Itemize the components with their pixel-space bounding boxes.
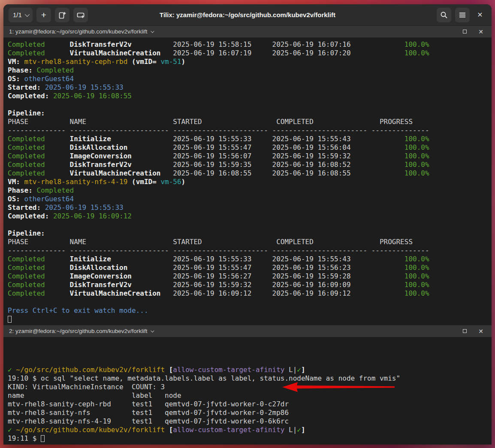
terminal-line: Pipeline: (8, 229, 492, 238)
terminal-text: 2025-06-19 15:55:33 (173, 135, 272, 143)
terminal-text: DiskTransferV2v (70, 40, 173, 48)
close-icon: ✕ (477, 11, 483, 19)
terminal-line: PHASE NAME STARTED COMPLETED PROGRESS (8, 118, 492, 126)
terminal-text: ] (301, 366, 305, 374)
terminal-text: Phase: (8, 186, 36, 194)
pane-close-icon[interactable]: ✕ (478, 29, 483, 35)
terminal-text: ) (181, 178, 186, 186)
terminal-text: L| (284, 426, 297, 434)
pane-maximize-icon[interactable] (463, 30, 467, 33)
terminal-text: 100.0% (371, 160, 429, 169)
terminal-line: Started: 2025-06-19 15:55:33 (8, 83, 492, 92)
terminal-text: Press Ctrl+C to exit watch mode... (8, 306, 148, 315)
terminal-line: Completed VirtualMachineCreation 2025-06… (8, 289, 492, 298)
terminal-line: Completed DiskTransferV2v 2025-06-19 15:… (8, 281, 492, 289)
terminal-text: Completed (8, 135, 70, 143)
terminal-line: KIND: VirtualMachineInstance COUNT: 3 (8, 383, 492, 391)
new-session-button[interactable]: + (36, 8, 51, 22)
terminal-text: 19:11 $ (8, 434, 41, 442)
terminal-text: 2025-06-19 15:56:23 (272, 263, 371, 272)
terminal-text: mtv-rhel8-sanity-ceph-rbd test1 qemtvd-0… (8, 400, 289, 408)
terminal-text: ✓ (297, 366, 301, 374)
terminal-text: Completed (8, 160, 70, 169)
chevron-down-icon[interactable] (151, 329, 154, 332)
terminal-text: Completed: (8, 92, 53, 100)
pane1-title[interactable]: 1: yzamir@fedora:~/go/src/github.com/kub… (9, 28, 147, 35)
terminal-text: otherGuest64 (24, 195, 74, 203)
terminal-text: ) (181, 58, 186, 66)
terminal-text: 2025-06-19 15:56:27 (173, 272, 272, 280)
terminal-text: OS: (8, 75, 24, 83)
terminal-line: -------------- ------------------------ … (8, 246, 492, 255)
terminal-text: ] (301, 426, 305, 434)
terminal-line: Started: 2025-06-19 15:55:33 (8, 203, 492, 212)
terminal-line: Press Ctrl+C to exit watch mode... (8, 306, 492, 315)
terminal-line: Completed DiskTransferV2v 2025-06-19 15:… (8, 160, 492, 169)
terminal-line: Pipeline: (8, 109, 492, 118)
terminal-line: Completed VirtualMachineCreation 2025-06… (8, 49, 492, 58)
terminal-line: -------------- ------------------------ … (8, 126, 492, 135)
terminal-text: name label node (8, 391, 181, 400)
tilix-window: 1/1 + Tilix: yzamir@fedora:~/go/src/gith… (3, 4, 492, 445)
terminal-text: 2025-06-19 15:55:47 (173, 263, 272, 272)
pane-close-icon[interactable]: ✕ (478, 328, 483, 334)
terminal-text: Started: (8, 83, 45, 91)
pane1-titlebar: 1: yzamir@fedora:~/go/src/github.com/kub… (3, 26, 492, 38)
terminal-text: 2025-06-19 15:55:33 (45, 203, 124, 212)
terminal-pane-1[interactable]: Completed DiskTransferV2v 2025-06-19 15:… (3, 38, 492, 325)
search-icon (440, 11, 448, 19)
terminal-text: Completed (8, 40, 70, 48)
terminal-text: Completed (8, 289, 70, 297)
terminal-text: Completed (8, 143, 70, 151)
terminal-text: Completed (8, 49, 70, 57)
terminal-text: allow-custom-target-afinity (173, 426, 284, 434)
split-terminal-down-button[interactable] (73, 8, 88, 22)
terminal-text: 2025-06-19 16:08:55 (173, 169, 272, 177)
terminal-text: mtv-rhel8-sanity-nfs test1 qemtvd-07-jfv… (8, 409, 289, 417)
terminal-text: 2025-06-19 16:09:12 (173, 289, 272, 297)
terminal-text: 2025-06-19 15:56:04 (272, 143, 371, 151)
terminal-text: Completed (36, 186, 74, 194)
chevron-down-icon[interactable] (151, 29, 154, 33)
terminal-text: 2025-06-19 16:08:52 (272, 160, 371, 169)
arrow-shape (282, 382, 395, 392)
terminal-line: name label node (8, 391, 492, 400)
terminal-text: ✓ (297, 426, 301, 434)
terminal-text: VirtualMachineCreation (70, 289, 173, 297)
terminal-text: 100.0% (371, 169, 429, 177)
terminal-line: Completed DiskAllocation 2025-06-19 15:5… (8, 143, 492, 152)
menu-button[interactable] (455, 8, 470, 22)
terminal-text: Initialize (70, 255, 173, 263)
pane2-title[interactable]: 2: yzamir@fedora:~/go/src/github.com/kub… (9, 328, 147, 334)
terminal-line: mtv-rhel8-sanity-nfs test1 qemtvd-07-jfv… (8, 409, 492, 417)
terminal-line (8, 298, 492, 306)
terminal-text: KIND: VirtualMachineInstance COUNT: 3 (8, 383, 165, 391)
session-switcher-button[interactable]: 1/1 (9, 8, 33, 22)
terminal-text: 2025-06-19 15:59:35 (173, 160, 272, 169)
terminal-line: Completed DiskAllocation 2025-06-19 15:5… (8, 263, 492, 272)
terminal-text: 100.0% (371, 135, 429, 143)
window-close-button[interactable]: ✕ (474, 8, 486, 22)
terminal-text: 2025-06-19 15:55:43 (272, 135, 371, 143)
terminal-text: 2025-06-19 16:09:09 (272, 281, 371, 289)
search-button[interactable] (437, 8, 451, 22)
plus-icon: + (41, 10, 46, 19)
terminal-text: 100.0% (371, 143, 429, 151)
terminal-text: Completed (8, 152, 70, 160)
terminal-text: 100.0% (371, 289, 429, 297)
terminal-text: DiskAllocation (70, 263, 173, 272)
pane2-controls: ✕ (463, 328, 486, 334)
terminal-text: -------------- ------------------------ … (8, 246, 429, 254)
pane-maximize-icon[interactable] (463, 329, 467, 333)
terminal-line: 19:10 $ oc sql "select name, metadata.la… (8, 374, 492, 383)
terminal-text: 100.0% (371, 40, 429, 48)
terminal-text: Completed (8, 255, 70, 263)
terminal-pane-2[interactable]: ✓ ~/go/src/github.com/kubev2v/forklift [… (3, 337, 492, 445)
terminal-text: L| (284, 366, 297, 374)
terminal-text: (vmID= (127, 58, 160, 66)
terminal-line: Phase: Completed (8, 66, 492, 75)
terminal-text: (vmID= (127, 178, 160, 186)
pane2-titlebar: 2: yzamir@fedora:~/go/src/github.com/kub… (3, 325, 492, 337)
terminal-text: DiskTransferV2v (70, 281, 173, 289)
split-terminal-right-button[interactable] (55, 8, 69, 22)
